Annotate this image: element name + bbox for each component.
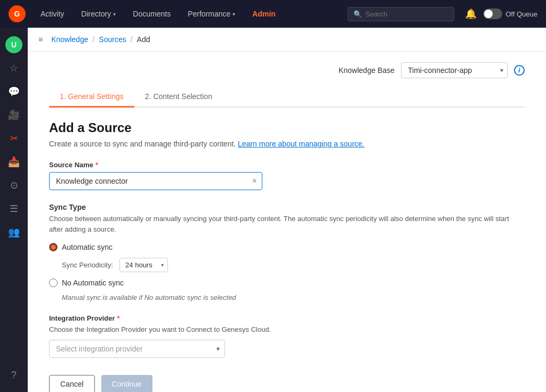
- sidebar-item-video[interactable]: 🎥: [3, 104, 25, 126]
- sync-periodicity-select[interactable]: 24 hours 12 hours 6 hours 1 hour: [119, 258, 168, 272]
- breadcrumb-sep-2: /: [131, 35, 133, 44]
- integration-provider-select[interactable]: Select integration provider: [49, 340, 225, 358]
- no-auto-sync-option: No Automatic sync: [49, 279, 525, 287]
- list-icon: ☰: [10, 203, 18, 215]
- no-auto-sync-radio[interactable]: [49, 279, 58, 287]
- nav-item-documents[interactable]: Documents: [126, 6, 177, 21]
- main-layout: U ☆ 💬 🎥 ✂ 📥 ⊙ ☰ 👥 ?: [0, 28, 546, 392]
- breadcrumb-menu-icon[interactable]: ≡: [38, 35, 43, 44]
- page-content: Knowledge Base Timi-connector-app ▾ i 1.…: [28, 52, 546, 392]
- sidebar-item-tools[interactable]: ✂: [3, 128, 25, 149]
- left-sidebar: U ☆ 💬 🎥 ✂ 📥 ⊙ ☰ 👥 ?: [0, 28, 28, 392]
- sidebar-item-chat[interactable]: 💬: [3, 81, 25, 102]
- queue-toggle-wrap[interactable]: Off Queue: [483, 9, 537, 19]
- source-name-required: *: [95, 161, 98, 169]
- cancel-button[interactable]: Cancel: [49, 375, 95, 392]
- inbox-icon: 📥: [8, 156, 20, 168]
- nav-item-activity[interactable]: Activity: [34, 6, 70, 21]
- sync-type-section: Sync Type Choose between automatically o…: [49, 203, 525, 301]
- no-sync-note: Manual sync is available if No automatic…: [62, 293, 525, 301]
- knowledge-base-select[interactable]: Timi-connector-app: [401, 62, 508, 78]
- search-icon: 🔍: [354, 10, 362, 18]
- no-auto-sync-label[interactable]: No Automatic sync: [62, 279, 124, 287]
- source-name-label: Source Name *: [49, 161, 525, 169]
- help-circle-icon: ⊙: [10, 179, 18, 191]
- knowledge-base-header: Knowledge Base Timi-connector-app ▾ i: [49, 62, 525, 78]
- nav-item-directory[interactable]: Directory ▾: [75, 6, 122, 21]
- sidebar-bottom: ?: [3, 364, 25, 392]
- chat-icon: 💬: [8, 86, 20, 97]
- nav-item-admin[interactable]: Admin: [246, 6, 282, 21]
- nav-item-performance[interactable]: Performance ▾: [181, 6, 242, 21]
- topnav-actions: 🔔 Off Queue: [465, 8, 537, 20]
- sync-periodicity-row: Sync Periodicity: 24 hours 12 hours 6 ho…: [62, 258, 525, 272]
- continue-button[interactable]: Continue: [101, 375, 152, 392]
- scissors-icon: ✂: [10, 133, 18, 144]
- integration-provider-section: Integration Provider * Choose the Integr…: [49, 314, 525, 358]
- breadcrumb-knowledge[interactable]: Knowledge: [51, 35, 88, 44]
- sidebar-item-help[interactable]: ⊙: [3, 175, 25, 196]
- sync-type-description: Choose between automatically or manually…: [49, 214, 525, 234]
- sidebar-item-inbox[interactable]: 📥: [3, 151, 25, 173]
- integration-provider-label: Integration Provider *: [49, 314, 525, 322]
- source-name-input-wrap: ×: [49, 172, 262, 190]
- directory-chevron-icon: ▾: [113, 11, 116, 17]
- sidebar-item-question[interactable]: ?: [3, 364, 25, 386]
- knowledge-base-label: Knowledge Base: [339, 66, 395, 75]
- top-navigation: G Activity Directory ▾ Documents Perform…: [0, 0, 546, 28]
- sync-periodicity-select-wrap: 24 hours 12 hours 6 hours 1 hour ▾: [119, 258, 168, 272]
- source-name-section: Source Name * ×: [49, 161, 525, 190]
- integration-provider-required: *: [117, 314, 120, 322]
- content-area: ≡ Knowledge / Sources / Add Knowledge Ba…: [28, 28, 546, 392]
- sidebar-item-list[interactable]: ☰: [3, 198, 25, 219]
- tab-general-settings[interactable]: 1. General Settings: [49, 87, 134, 108]
- knowledge-base-select-wrap: Timi-connector-app ▾: [401, 62, 508, 78]
- integration-provider-description: Choose the Integration Provider you want…: [49, 325, 525, 333]
- auto-sync-option: Automatic sync: [49, 243, 525, 251]
- video-icon: 🎥: [8, 109, 20, 121]
- app-logo[interactable]: G: [9, 5, 26, 22]
- people-icon: 👥: [8, 226, 20, 238]
- search-box[interactable]: 🔍: [348, 7, 454, 21]
- breadcrumb-add: Add: [137, 35, 150, 44]
- breadcrumb-sources[interactable]: Sources: [99, 35, 126, 44]
- star-icon: ☆: [10, 62, 18, 74]
- form-tabs: 1. General Settings 2. Content Selection: [49, 87, 525, 108]
- sidebar-item-user[interactable]: U: [3, 34, 25, 55]
- auto-sync-radio[interactable]: [49, 243, 58, 251]
- queue-status-label: Off Queue: [505, 10, 537, 18]
- source-name-input[interactable]: [49, 172, 262, 190]
- page-title: Add a Source: [49, 120, 525, 135]
- page-subtitle: Create a source to sync and manage third…: [49, 140, 525, 148]
- source-name-clear-icon[interactable]: ×: [252, 176, 257, 186]
- tab-content-selection[interactable]: 2. Content Selection: [134, 87, 223, 108]
- sync-periodicity-label: Sync Periodicity:: [62, 261, 113, 269]
- queue-toggle[interactable]: [483, 9, 502, 19]
- breadcrumb-sep-1: /: [92, 35, 94, 44]
- question-icon: ?: [11, 370, 17, 381]
- breadcrumb-bar: ≡ Knowledge / Sources / Add: [28, 28, 546, 52]
- knowledge-base-info-icon[interactable]: i: [514, 65, 525, 76]
- form-button-row: Cancel Continue: [49, 375, 525, 392]
- sidebar-item-people[interactable]: 👥: [3, 222, 25, 243]
- avatar: U: [5, 36, 22, 53]
- bell-icon[interactable]: 🔔: [465, 8, 477, 20]
- sidebar-item-favorites[interactable]: ☆: [3, 58, 25, 79]
- sync-type-title: Sync Type: [49, 203, 525, 211]
- integration-provider-select-wrap: Select integration provider ▾: [49, 340, 225, 358]
- learn-more-link[interactable]: Learn more about managing a source.: [238, 140, 364, 148]
- auto-sync-label[interactable]: Automatic sync: [62, 243, 113, 251]
- performance-chevron-icon: ▾: [232, 11, 235, 17]
- search-input[interactable]: [365, 10, 448, 18]
